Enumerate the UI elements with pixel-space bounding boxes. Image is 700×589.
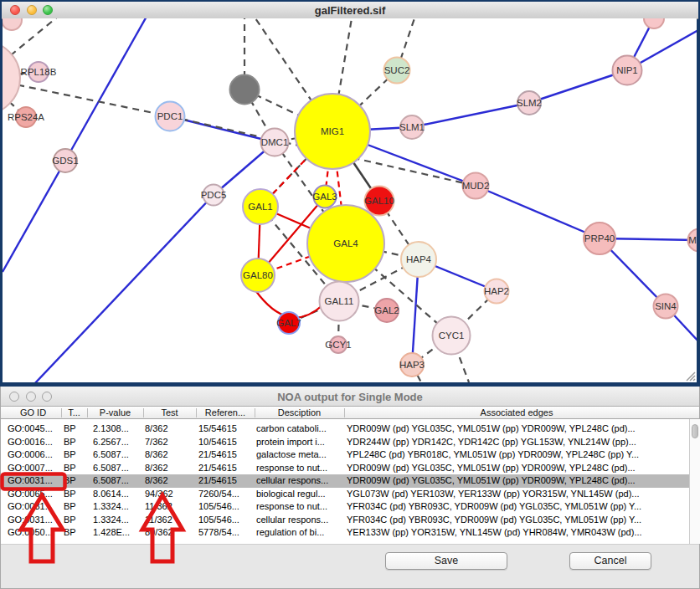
node-label: PDC1 xyxy=(157,111,183,121)
results-table-header[interactable]: GO IDT...P-valueTestReferen...Desciption… xyxy=(1,407,699,419)
cell-ref: 7260/54... xyxy=(198,489,255,499)
noa-window-titlebar[interactable]: NOA output for Single Mode xyxy=(1,387,699,407)
column-header-desciption[interactable]: Desciption xyxy=(255,407,344,417)
table-row[interactable]: GO:0007...BP6.5087...8/36221/54615respon… xyxy=(1,462,689,475)
table-row[interactable]: GO:0031...BP1.3324...11/362105/546...cel… xyxy=(1,514,689,527)
cell-p: 1.3324... xyxy=(93,501,143,511)
column-header-test[interactable]: Test xyxy=(143,407,196,417)
table-row[interactable]: GO:0016...BP6.2567...7/36210/54615protei… xyxy=(1,436,689,449)
node-label: HAP4 xyxy=(406,254,432,264)
cell-ref: 5778/54... xyxy=(198,527,255,537)
node-label: MUD2 xyxy=(462,181,490,191)
node-label: RPL18B xyxy=(21,67,57,77)
table-row[interactable]: GO:0045...BP2.1308...8/36215/54615carbon… xyxy=(1,423,689,436)
cell-edges: YFR034C (pd) YBR093C, YDR009W (pd) YGL03… xyxy=(347,515,689,525)
cell-go: GO:0065... xyxy=(8,489,61,499)
network-node[interactable] xyxy=(644,18,664,28)
node-label: GAL80 xyxy=(243,270,273,280)
cell-t: BP xyxy=(64,501,87,511)
cell-edges: YDR244W (pp) YDR142C, YDR142C (pp) YGL15… xyxy=(347,437,689,447)
node-label: PRP40 xyxy=(584,233,615,243)
cell-p: 1.428E... xyxy=(93,527,143,537)
column-header-associatededges[interactable]: Associated edges xyxy=(344,407,689,417)
node-label: SUC2 xyxy=(384,65,410,75)
node-label: DMC1 xyxy=(261,137,289,147)
node-label: CYC1 xyxy=(439,330,465,341)
node-label: GAL4 xyxy=(333,238,358,248)
cell-ref: 21/54615 xyxy=(198,475,255,485)
save-button[interactable]: Save xyxy=(385,552,507,570)
column-header-goid[interactable]: GO ID xyxy=(5,407,61,417)
cell-desc: galactose meta... xyxy=(256,449,344,459)
vertical-scrollbar[interactable] xyxy=(689,419,700,544)
table-row[interactable]: GO:0031...BP6.5087...8/36221/54615cellul… xyxy=(1,474,689,488)
cell-t: BP xyxy=(64,463,87,473)
cell-p: 6.5087... xyxy=(93,463,143,473)
node-label: RPS24A xyxy=(8,112,44,122)
cell-t: BP xyxy=(64,437,87,447)
table-row[interactable]: GO:0050...BP1.428E...80/3625778/54...reg… xyxy=(1,526,689,540)
node-label: GAL7 xyxy=(276,318,301,328)
cancel-button[interactable]: Cancel xyxy=(569,552,651,570)
cell-test: 8/362 xyxy=(145,423,196,433)
cell-ref: 10/54615 xyxy=(198,437,255,447)
column-separator[interactable] xyxy=(196,408,197,417)
column-header-pvalue[interactable]: P-value xyxy=(87,407,143,417)
cell-ref: 21/54615 xyxy=(198,449,255,459)
cell-t: BP xyxy=(64,475,87,485)
network-edge-blue[interactable] xyxy=(476,186,600,238)
noa-output-window: NOA output for Single Mode GO IDT...P-va… xyxy=(0,387,700,589)
column-separator[interactable] xyxy=(143,408,144,417)
cell-desc: protein import i... xyxy=(256,437,344,447)
node-label: SLM1 xyxy=(399,122,425,132)
network-edge-blue[interactable] xyxy=(33,195,214,382)
cell-p: 1.3324... xyxy=(93,515,143,525)
cell-ref: 21/54615 xyxy=(198,463,255,473)
cell-go: GO:0050... xyxy=(8,527,61,537)
table-row[interactable]: GO:0006...BP6.5087...8/36221/54615galact… xyxy=(1,448,689,462)
node-label: GAL3 xyxy=(312,192,337,202)
node-label: GAL10 xyxy=(364,196,394,206)
cell-ref: 105/546... xyxy=(198,515,255,525)
network-canvas[interactable]: RPL18BRPS24AGDS1PDC1DMC1MIG1SUC2SLM1SLM2… xyxy=(3,18,697,382)
node-label: GAL2 xyxy=(374,305,399,315)
column-header-referen[interactable]: Referen... xyxy=(196,407,255,417)
scrollbar-thumb[interactable] xyxy=(692,424,698,438)
column-separator[interactable] xyxy=(87,408,88,417)
cell-edges: YFR034C (pd) YBR093C, YDR009W (pd) YGL03… xyxy=(347,501,689,511)
cell-go: GO:0016... xyxy=(8,437,61,447)
network-edge-blue[interactable] xyxy=(412,103,529,127)
column-separator[interactable] xyxy=(255,408,255,417)
cell-edges: YER133W (pp) YOR315W, YNL145W (pd) YHR08… xyxy=(347,527,689,537)
network-graph[interactable]: RPL18BRPS24AGDS1PDC1DMC1MIG1SUC2SLM1SLM2… xyxy=(3,18,697,382)
cell-ref: 105/546... xyxy=(198,501,255,511)
cell-p: 6.5087... xyxy=(93,475,143,485)
node-label: MIG1 xyxy=(321,126,344,136)
cell-edges: YDR009W (pd) YGL035C, YML051W (pp) YDR00… xyxy=(347,423,689,433)
column-separator[interactable] xyxy=(61,408,62,417)
network-window-titlebar[interactable]: galFiltered.sif xyxy=(2,2,698,19)
column-separator[interactable] xyxy=(344,408,345,417)
network-window-title: galFiltered.sif xyxy=(2,4,698,17)
cell-test: 8/362 xyxy=(145,449,196,459)
node-label: HAP2 xyxy=(484,286,509,296)
cell-go: GO:0045... xyxy=(8,423,61,433)
network-edge-blue[interactable] xyxy=(3,161,65,272)
results-table-body[interactable]: GO:0045...BP2.1308...8/36215/54615carbon… xyxy=(1,419,689,544)
table-row[interactable]: GO:0031...BP1.3324...11/362105/546...res… xyxy=(1,500,689,514)
table-row[interactable]: GO:0065...BP8.0614...94/3627260/54...bio… xyxy=(1,488,689,501)
cell-t: BP xyxy=(64,489,87,499)
cell-go: GO:0031... xyxy=(8,475,61,485)
node-label: GAL1 xyxy=(248,202,272,212)
cell-test: 8/362 xyxy=(145,463,196,473)
column-header-t[interactable]: T... xyxy=(61,407,87,417)
cell-desc: cellular respons... xyxy=(256,515,344,525)
network-window: galFiltered.sif RPL18BRPS24AGDS1PDC1DMC1… xyxy=(0,0,700,387)
network-node[interactable] xyxy=(3,18,22,30)
cell-edges: YGL073W (pd) YER103W, YER133W (pp) YOR31… xyxy=(347,489,689,499)
resize-grip-icon[interactable] xyxy=(684,370,696,382)
network-edge-blue[interactable] xyxy=(65,18,155,161)
cell-go: GO:0007... xyxy=(8,463,61,473)
cell-test: 94/362 xyxy=(145,489,196,499)
network-node[interactable] xyxy=(230,75,260,105)
